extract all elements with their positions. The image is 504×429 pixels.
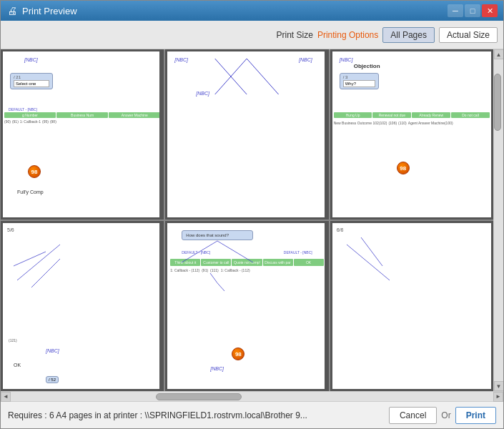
- status-text: Requires : 6 A4 pages in at printer : \\…: [8, 410, 385, 420]
- title-controls: ─ □ ✕: [448, 4, 498, 17]
- diagram-svg-6: [332, 223, 491, 389]
- svg-line-8: [361, 237, 382, 266]
- diagram-svg-5: [167, 223, 326, 389]
- svg-line-2: [215, 59, 247, 94]
- action-nodes-row-3: Hung Up Renewal not due Already Renew Do…: [334, 112, 490, 118]
- scroll-left-arrow[interactable]: ◄: [1, 392, 11, 402]
- status-bar: Requires : 6 A4 pages in at printer : \\…: [1, 401, 503, 428]
- ok-label: OK: [14, 363, 21, 368]
- title-bar: 🖨 Print Preview ─ □ ✕: [1, 1, 503, 21]
- printing-options-label[interactable]: Printing Options: [317, 30, 378, 40]
- page-cell-2: [NBC] [NBC] [NBC]: [165, 49, 328, 220]
- badge-98-2: 98: [397, 162, 410, 174]
- nbc-label-6: [NBC]: [46, 348, 59, 353]
- main-window: 🖨 Print Preview ─ □ ✕ Print Size Printin…: [0, 0, 504, 429]
- scroll-up-arrow[interactable]: ▲: [494, 49, 504, 59]
- action-nodes-row: g Number Business Num Answer Machine: [4, 112, 160, 118]
- preview-area: [NBC] / 21 Select one g Number Business …: [1, 49, 503, 391]
- default-label-3: DEFAULT - [NBC]: [284, 250, 312, 255]
- title-bar-left: 🖨 Print Preview: [6, 5, 77, 16]
- svg-line-7: [347, 245, 390, 280]
- action-row-5: Think about it Customer to call Quote no…: [170, 259, 323, 266]
- nbc-label-5: [NBC]: [340, 57, 353, 62]
- diagram-svg-4: [3, 223, 162, 389]
- scroll-right-arrow[interactable]: ►: [493, 392, 503, 402]
- scroll-thumb-v[interactable]: [494, 74, 501, 131]
- preview-canvas: [NBC] / 21 Select one g Number Business …: [1, 49, 493, 391]
- page-cell-1: [NBC] / 21 Select one g Number Business …: [1, 49, 164, 220]
- nbc-label-4: [NBC]: [196, 91, 209, 96]
- cancel-button[interactable]: Cancel: [389, 407, 437, 424]
- scroll-track-h: [11, 393, 493, 400]
- maximize-button[interactable]: □: [465, 4, 480, 17]
- page-num-6: 6/6: [337, 227, 344, 232]
- objection-label: Objection: [354, 63, 380, 69]
- fully-comp-label: Full'y Comp: [17, 189, 44, 194]
- print-button[interactable]: Print: [455, 407, 496, 424]
- minimize-button[interactable]: ─: [448, 4, 463, 17]
- nbc-label-7: [NBC]: [210, 366, 224, 371]
- svg-line-3: [17, 245, 60, 280]
- node-52: / 52: [46, 376, 59, 383]
- page-cell-3: [NBC] Objection / 3 Why? Hung Up Renewal…: [330, 49, 493, 220]
- printer-icon: 🖨: [6, 5, 18, 16]
- actual-size-button[interactable]: Actual Size: [439, 27, 498, 43]
- window-title: Print Preview: [22, 6, 77, 16]
- node-3: / 3 Why?: [340, 73, 379, 89]
- horizontal-scrollbar[interactable]: ◄ ►: [1, 391, 503, 401]
- page-cell-6: 6/6: [330, 221, 493, 391]
- svg-line-0: [215, 59, 247, 94]
- nbc-label-1: [NBC]: [24, 57, 38, 62]
- nbc-label-3: [NBC]: [299, 57, 312, 62]
- default-label-1: DEFAULT - [NBC]: [9, 107, 37, 112]
- badge-98-3: 98: [232, 347, 244, 360]
- close-button[interactable]: ✕: [482, 4, 498, 17]
- vertical-scrollbar[interactable]: ▲ ▼: [493, 49, 503, 391]
- scroll-track-v: [494, 59, 503, 381]
- svg-line-1: [247, 59, 278, 94]
- node-how-does: How does that sound?: [182, 230, 253, 240]
- badge-98-1: 98: [28, 165, 41, 178]
- page-num-4: 5/6: [7, 227, 14, 232]
- scroll-thumb-h[interactable]: [156, 393, 242, 400]
- page-cell-5: How does that sound? DEFAULT - [NBC] DEF…: [165, 221, 328, 391]
- toolbar: Print Size Printing Options All Pages Ac…: [1, 21, 503, 49]
- all-pages-button[interactable]: All Pages: [382, 27, 435, 43]
- num-121: (121): [9, 338, 17, 342]
- default-label-2: DEFAULT - [NBC]: [182, 250, 210, 255]
- diagram-svg-2: [167, 51, 326, 217]
- node-21: / 21 Select one: [10, 73, 53, 89]
- svg-line-4: [14, 252, 46, 266]
- page-cell-4: 5/6 OK / 52 [NBC] (121): [1, 221, 164, 391]
- scroll-down-arrow[interactable]: ▼: [494, 381, 504, 391]
- nbc-label-2: [NBC]: [174, 57, 188, 62]
- or-separator: Or: [441, 410, 450, 420]
- print-size-label[interactable]: Print Size: [277, 30, 313, 40]
